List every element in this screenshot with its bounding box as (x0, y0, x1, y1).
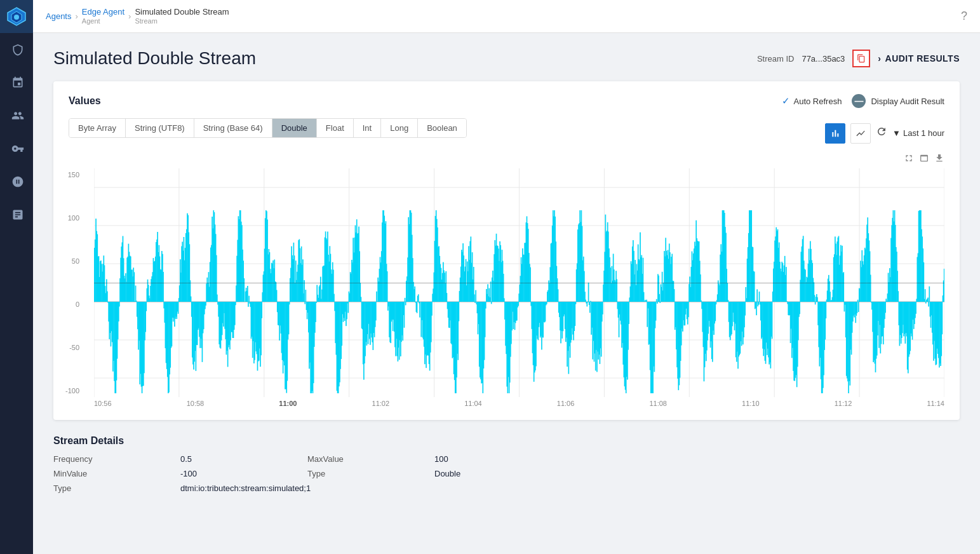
y-label-150: 150 (65, 171, 84, 179)
auto-refresh-toggle[interactable]: ✓ Auto Refresh (782, 95, 842, 107)
time-range-selector[interactable]: ▼ Last 1 hour (892, 128, 944, 138)
y-label-n100: -100 (65, 387, 84, 395)
chart-with-axis: 150 100 50 0 -50 -100 (94, 168, 944, 397)
stream-details-title: Stream Details (53, 435, 960, 447)
header-right: Stream ID 77a...35ac3 › AUDIT RESULTS (757, 50, 960, 67)
card-controls: ✓ Auto Refresh — Display Audit Result (782, 94, 945, 108)
card-title: Values (69, 95, 101, 107)
detail-label-maxvalue: MaxValue (307, 454, 434, 464)
detail-label-frequency: Frequency (53, 454, 180, 464)
sidebar-item-webhook[interactable] (0, 165, 33, 198)
sidebar-item-network[interactable] (0, 66, 33, 99)
tab-string-utf8[interactable]: String (UTF8) (126, 119, 194, 137)
detail-label-type2: Type (53, 483, 180, 493)
page-title: Simulated Double Stream (53, 48, 256, 69)
chart-actions (69, 153, 944, 166)
chart-line-button[interactable] (850, 123, 871, 144)
audit-results-label: AUDIT RESULTS (885, 53, 960, 64)
data-type-tabs: Byte Array String (UTF8) String (Base 64… (69, 118, 467, 138)
time-range-arrow: ▼ (892, 128, 901, 138)
x-label-1114: 11:14 (927, 400, 944, 407)
chart-area: 150 100 50 0 -50 -100 10:56 (69, 153, 944, 407)
main-container: Agents › Edge Agent Agent › Simulated Do… (33, 0, 980, 554)
copy-stream-id-button[interactable] (852, 50, 870, 67)
x-label-1110: 11:10 (742, 400, 760, 407)
sidebar (0, 0, 33, 554)
x-axis: 10:56 10:58 11:00 11:02 11:04 11:06 11:0… (69, 400, 944, 407)
breadcrumb: Agents › Edge Agent Agent › Simulated Do… (46, 7, 229, 25)
breadcrumb-sep-1: › (75, 11, 77, 21)
y-label-50: 50 (65, 257, 84, 265)
tab-byte-array[interactable]: Byte Array (69, 119, 126, 137)
x-label-1112: 11:12 (835, 400, 852, 407)
topbar: Agents › Edge Agent Agent › Simulated Do… (33, 0, 980, 33)
sidebar-item-users[interactable] (0, 99, 33, 132)
auto-refresh-label: Auto Refresh (794, 97, 842, 106)
stream-details: Stream Details Frequency 0.5 MaxValue 10… (53, 435, 960, 493)
expand-chart-button[interactable] (904, 153, 914, 166)
stream-id-label: Stream ID (757, 54, 795, 64)
x-label-1056: 10:56 (94, 400, 112, 407)
y-label-n50: -50 (65, 344, 84, 351)
stream-id-value: 77a...35ac3 (802, 54, 845, 64)
y-axis: 150 100 50 0 -50 -100 (65, 168, 84, 397)
zero-line (94, 283, 944, 283)
x-label-1106: 11:06 (557, 400, 575, 407)
page-header: Simulated Double Stream Stream ID 77a...… (53, 48, 960, 69)
topbar-right: ? (961, 10, 967, 23)
detail-value-type2: dtmi:io:tributech:stream:simulated;1 (180, 483, 307, 493)
svg-point-2 (14, 15, 19, 20)
y-label-0: 0 (65, 301, 84, 308)
chart-canvas-container (94, 168, 944, 397)
time-range-label: Last 1 hour (903, 128, 944, 138)
breadcrumb-sep-2: › (128, 11, 131, 21)
detail-value-type1: Double (434, 469, 561, 478)
tab-long[interactable]: Long (381, 119, 418, 137)
sidebar-item-key[interactable] (0, 132, 33, 165)
tab-int[interactable]: Int (354, 119, 381, 137)
display-audit-label: Display Audit Result (871, 97, 944, 106)
sidebar-item-audit[interactable] (0, 198, 33, 231)
x-label-1108: 11:08 (649, 400, 667, 407)
auto-refresh-check-icon: ✓ (782, 95, 790, 107)
content: Simulated Double Stream Stream ID 77a...… (33, 33, 980, 554)
detail-label-minvalue: MinValue (53, 469, 180, 478)
detail-value-frequency: 0.5 (180, 454, 307, 464)
y-label-100: 100 (65, 214, 84, 222)
x-label-1100: 11:00 (279, 400, 297, 407)
x-label-1102: 11:02 (372, 400, 390, 407)
window-chart-button[interactable] (919, 153, 929, 166)
card-header: Values ✓ Auto Refresh — Display Audit Re… (69, 94, 944, 108)
audit-results-button[interactable]: › AUDIT RESULTS (878, 53, 960, 64)
tab-float[interactable]: Float (317, 119, 354, 137)
details-grid: Frequency 0.5 MaxValue 100 MinValue -100… (53, 454, 960, 493)
breadcrumb-stream: Simulated Double Stream Stream (135, 7, 229, 25)
detail-value-minvalue: -100 (180, 469, 307, 478)
x-label-1104: 11:04 (464, 400, 482, 407)
refresh-button[interactable] (876, 126, 887, 140)
display-audit-toggle[interactable]: — Display Audit Result (852, 94, 944, 108)
tab-boolean[interactable]: Boolean (418, 119, 466, 137)
breadcrumb-edge-agent[interactable]: Edge Agent Agent (82, 7, 124, 25)
detail-value-maxvalue: 100 (434, 454, 561, 464)
audit-results-chevron: › (878, 53, 881, 64)
help-icon[interactable]: ? (961, 10, 967, 22)
download-chart-button[interactable] (934, 153, 944, 166)
detail-label-type1: Type (307, 469, 434, 478)
tab-double[interactable]: Double (272, 119, 317, 137)
sidebar-item-shield[interactable] (0, 33, 33, 66)
x-label-1058: 10:58 (187, 400, 205, 407)
chart-toolbar: ▼ Last 1 hour (825, 123, 944, 144)
chart-bar-button[interactable] (825, 123, 845, 144)
display-audit-icon: — (852, 94, 866, 108)
values-card: Values ✓ Auto Refresh — Display Audit Re… (53, 81, 960, 420)
app-logo[interactable] (0, 0, 33, 33)
breadcrumb-agents[interactable]: Agents (46, 11, 71, 21)
tab-string-base64[interactable]: String (Base 64) (194, 119, 272, 137)
